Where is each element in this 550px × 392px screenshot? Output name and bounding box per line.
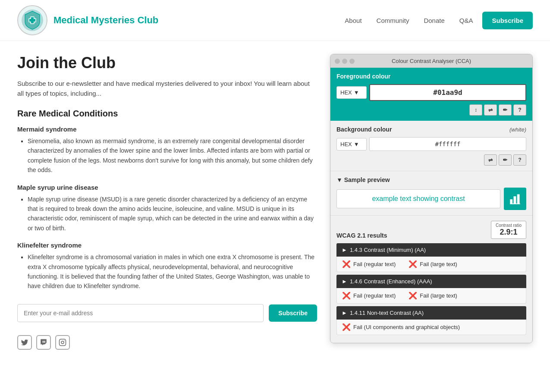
cca-criterion-143-results: ❌ Fail (regular text) ❌ Fail (large text… xyxy=(336,257,526,272)
cca-fg-format-select[interactable]: HEX ▼ xyxy=(336,86,367,99)
cca-criterion-146-arrow: ► xyxy=(342,278,347,285)
condition-maple: Maple syrup urine disease Maple syrup ur… xyxy=(17,184,317,233)
svg-rect-9 xyxy=(514,196,516,204)
cca-contrast-ratio-val: 2.9:1 xyxy=(496,228,522,237)
condition-klinefelter: Klinefelter syndrome Klinefelter syndrom… xyxy=(17,241,317,291)
nav-community[interactable]: Community xyxy=(371,14,415,27)
cca-dot-yellow xyxy=(342,59,347,64)
cca-preview-toggle[interactable]: ▼ Sample preview xyxy=(336,176,526,183)
svg-rect-5 xyxy=(60,339,66,345)
cca-background-section: Background colour (white) HEX ▼ ⇌ ✏ ? xyxy=(330,121,532,171)
cca-fg-hex-input[interactable] xyxy=(369,84,526,101)
cca-bg-format-select[interactable]: HEX ▼ xyxy=(336,138,367,151)
rare-conditions-heading: Rare Medical Conditions xyxy=(17,109,317,119)
svg-point-7 xyxy=(64,340,65,341)
cca-criterion-146-name: 1.4.6 Contrast (Enhanced) (AAA) xyxy=(350,278,432,285)
site-header: Medical Mysteries Club About Community D… xyxy=(0,0,550,41)
main-layout: Join the Club Subscribe to our e-newslet… xyxy=(0,41,550,363)
twitter-icon[interactable] xyxy=(17,335,32,350)
cca-criterion-1411-arrow: ► xyxy=(342,310,347,316)
cca-fg-help-btn[interactable]: ? xyxy=(513,104,526,116)
email-subscribe-row: Subscribe xyxy=(17,304,317,322)
logo-image xyxy=(17,5,47,35)
twitch-svg xyxy=(40,339,47,346)
cca-1411-fail-label: Fail (UI components and graphical object… xyxy=(353,324,460,330)
cca-bg-format-label: HEX xyxy=(340,141,352,147)
svg-rect-4 xyxy=(29,19,35,22)
cca-criterion-146-header[interactable]: ► 1.4.6 Contrast (Enhanced) (AAA) xyxy=(336,275,526,288)
cca-wcag-header: WCAG 2.1 results Contrast ratio 2.9:1 xyxy=(336,221,526,239)
cca-contrast-ratio-box: Contrast ratio 2.9:1 xyxy=(491,221,526,239)
twitch-icon[interactable] xyxy=(36,335,51,350)
cca-chart-button[interactable] xyxy=(504,188,526,210)
site-title: Medical Mysteries Club xyxy=(53,15,158,26)
cca-window-dots xyxy=(335,59,355,64)
cca-panel: Colour Contrast Analyser (CCA) Foregroun… xyxy=(330,54,533,350)
cca-146-result-large: ❌ Fail (large text) xyxy=(409,292,457,300)
cca-fg-eyedropper-btn[interactable]: ✏ xyxy=(499,104,512,116)
instagram-svg xyxy=(59,339,66,346)
cca-criterion-1411-name: 1.4.11 Non-text Contrast (AA) xyxy=(350,310,424,316)
cca-fg-dropdown-icon: ▼ xyxy=(354,89,359,96)
logo-area: Medical Mysteries Club xyxy=(17,5,158,35)
cca-143-result-large: ❌ Fail (large text) xyxy=(409,260,457,268)
nav-about[interactable]: About xyxy=(339,14,367,27)
cca-1411-result-ui: ❌ Fail (UI components and graphical obje… xyxy=(342,323,460,331)
cca-bg-dropdown-icon: ▼ xyxy=(354,141,359,147)
cca-preview-section: ▼ Sample preview example text showing co… xyxy=(330,171,532,216)
email-input[interactable] xyxy=(17,304,264,322)
svg-rect-10 xyxy=(517,194,520,204)
cca-criterion-1411: ► 1.4.11 Non-text Contrast (AA) ❌ Fail (… xyxy=(336,306,526,335)
cca-dot-green xyxy=(349,59,355,64)
cca-fg-input-row: HEX ▼ xyxy=(336,84,526,101)
chart-icon xyxy=(509,193,521,205)
condition-desc-klinefelter: Klinefelter syndrome is a chromosomal va… xyxy=(28,252,317,291)
cca-146-result-regular: ❌ Fail (regular text) xyxy=(342,292,396,300)
cca-criterion-1411-results: ❌ Fail (UI components and graphical obje… xyxy=(336,320,526,335)
cca-1411-fail-icon: ❌ xyxy=(342,323,351,331)
condition-name-maple: Maple syrup urine disease xyxy=(17,184,317,191)
subscribe-inline-button[interactable]: Subscribe xyxy=(269,304,317,322)
cca-dot-red xyxy=(335,59,340,64)
cca-bg-format-btn[interactable]: ⇌ xyxy=(484,154,497,166)
twitter-svg xyxy=(21,339,28,346)
content-column: Join the Club Subscribe to our e-newslet… xyxy=(17,54,317,350)
cca-fg-format-btn[interactable]: ⇌ xyxy=(484,104,497,116)
svg-rect-8 xyxy=(510,199,512,204)
condition-desc-maple: Maple syrup urine disease (MSUD) is a ra… xyxy=(28,194,317,233)
cca-window: Colour Contrast Analyser (CCA) Foregroun… xyxy=(330,54,533,343)
cca-criterion-143-header[interactable]: ► 1.4.3 Contrast (Minimum) (AA) xyxy=(336,243,526,257)
intro-text: Subscribe to our e-newsletter and have m… xyxy=(17,79,317,98)
cca-bg-hex-input[interactable] xyxy=(369,137,526,151)
cca-fg-swap-btn[interactable]: ↕ xyxy=(469,104,482,116)
cca-143-fail-label-large: Fail (large text) xyxy=(420,261,457,267)
cca-143-fail-icon-regular: ❌ xyxy=(342,260,351,268)
cca-contrast-ratio-label: Contrast ratio xyxy=(496,223,522,228)
cca-bg-help-btn[interactable]: ? xyxy=(513,154,526,166)
cca-bg-eyedropper-btn[interactable]: ✏ xyxy=(499,154,512,166)
cca-foreground-section: Foreground colour HEX ▼ ↕ ⇌ ✏ ? xyxy=(330,68,532,121)
page-heading: Join the Club xyxy=(17,54,317,72)
cca-143-fail-icon-large: ❌ xyxy=(409,260,417,268)
condition-name-klinefelter: Klinefelter syndrome xyxy=(17,241,317,249)
cca-146-fail-icon-large: ❌ xyxy=(409,292,417,300)
social-icons-row xyxy=(17,335,317,350)
cca-criterion-143-name: 1.4.3 Contrast (Minimum) (AA) xyxy=(350,247,426,253)
header-subscribe-button[interactable]: Subscribe xyxy=(482,12,533,29)
cca-146-fail-label-large: Fail (large text) xyxy=(420,292,457,299)
nav-qna[interactable]: Q&A xyxy=(454,14,478,27)
cca-fg-tools: ↕ ⇌ ✏ ? xyxy=(336,104,526,116)
cca-bg-label-row: Background colour (white) xyxy=(336,126,526,133)
cca-sample-text: example text showing contrast xyxy=(336,189,500,208)
nav-donate[interactable]: Donate xyxy=(418,14,449,27)
cca-bg-label: Background colour xyxy=(336,126,392,133)
cca-146-fail-label-regular: Fail (regular text) xyxy=(353,292,396,299)
cca-143-result-regular: ❌ Fail (regular text) xyxy=(342,260,396,268)
svg-point-6 xyxy=(61,341,64,344)
cca-titlebar: Colour Contrast Analyser (CCA) xyxy=(330,54,532,68)
cca-criterion-1411-header[interactable]: ► 1.4.11 Non-text Contrast (AA) xyxy=(336,306,526,320)
instagram-icon[interactable] xyxy=(55,335,70,350)
cca-146-fail-icon-regular: ❌ xyxy=(342,292,351,300)
cca-title: Colour Contrast Analyser (CCA) xyxy=(392,58,471,64)
cca-criterion-143-arrow: ► xyxy=(342,247,347,253)
